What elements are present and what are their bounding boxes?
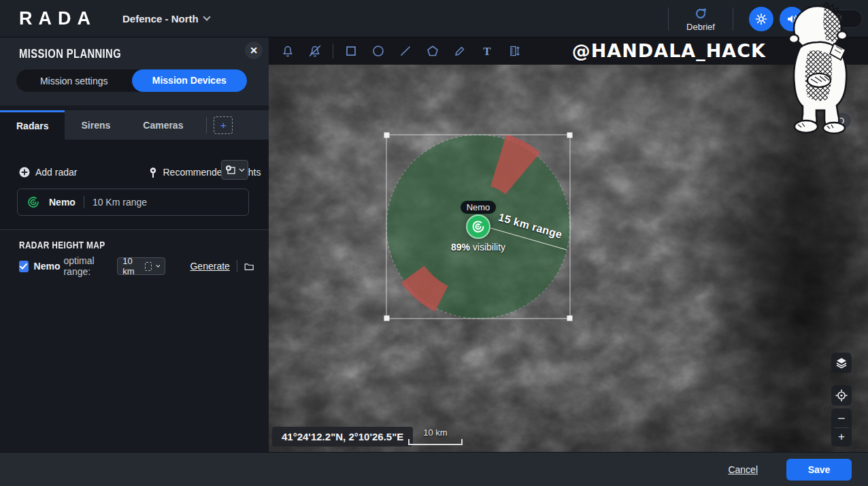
line-tool-icon (399, 44, 412, 58)
svg-text:T: T (483, 45, 491, 58)
speaker-icon (785, 12, 799, 26)
radar-range: 10 Km range (93, 197, 147, 208)
circle-tool[interactable] (365, 37, 392, 65)
map-scale-label: 10 km (408, 427, 463, 438)
chevron-down-icon (239, 168, 245, 172)
add-radar-label: Add radar (35, 167, 77, 178)
radar-coverage-overlay (269, 65, 868, 452)
generate-link[interactable]: Generate (190, 261, 229, 272)
app-window: RADA Defence - North Debrief (0, 0, 868, 486)
mission-selector[interactable]: Defence - North (122, 13, 210, 25)
footer-bar: Cancel Save (0, 452, 868, 486)
folder-icon[interactable] (244, 261, 254, 272)
height-map-label: optimal range: (63, 255, 112, 277)
debrief-refresh-icon (693, 6, 708, 21)
tab-mission-devices[interactable]: Mission Devices (132, 69, 248, 92)
radar-icon (26, 195, 41, 210)
selection-handle-ne[interactable] (567, 133, 573, 138)
locate-crosshair-icon (835, 389, 848, 402)
visibility-text: visibility (470, 242, 505, 253)
height-map-device: Nemo (34, 261, 61, 272)
add-circle-icon (18, 166, 31, 178)
map-scale-bar (408, 439, 463, 445)
divider (733, 7, 733, 31)
rectangle-tool[interactable] (337, 37, 365, 65)
map-area: T @HANDALA_HACK (269, 37, 868, 452)
selection-handle-sw[interactable] (384, 316, 390, 321)
text-tool-icon: T (480, 44, 494, 58)
square-tool-icon (344, 44, 358, 58)
mission-segment-control: Mission settings Mission Devices (16, 69, 247, 92)
divider (84, 196, 84, 208)
divider (333, 44, 333, 59)
check-icon (20, 263, 27, 270)
debrief-label: Debrief (686, 22, 715, 32)
pencil-tool-icon (453, 44, 467, 58)
selection-handle-se[interactable] (567, 316, 573, 321)
polygon-tool[interactable] (419, 37, 446, 65)
device-tabs: Radars Sirens Cameras + (0, 110, 269, 140)
toggle-knob (824, 14, 841, 25)
settings-button[interactable] (749, 7, 773, 31)
watermark-text: @HANDALA_HACK (572, 40, 766, 61)
tab-mission-settings[interactable]: Mission settings (16, 76, 132, 86)
tab-sirens[interactable]: Sirens (65, 110, 127, 140)
map-radar-marker[interactable] (466, 214, 490, 239)
selection-handle-nw[interactable] (384, 133, 390, 138)
rada-logo: RADA (19, 7, 97, 29)
height-map-title: RADAR HEIGHT MAP (19, 240, 105, 250)
radar-list-item[interactable]: Nemo 10 Km range (17, 189, 249, 216)
divider (237, 260, 237, 272)
bell-muted-icon (307, 44, 322, 59)
panel-title: MISSION PLANNING (19, 47, 121, 61)
locate-button[interactable] (831, 385, 852, 406)
line-tool[interactable] (392, 37, 419, 65)
zoom-in-button[interactable]: + (831, 428, 852, 447)
close-icon[interactable]: ✕ (245, 42, 263, 59)
map-2d-badge[interactable]: 2D (827, 113, 851, 128)
radars-tab-content: Add radar Recommended heights (0, 140, 269, 229)
divider (668, 7, 669, 31)
zoom-controls: – + (831, 408, 852, 447)
top-bar: RADA Defence - North Debrief (0, 0, 868, 37)
radar-height-map-section: RADAR HEIGHT MAP Nemo optimal range: 10 … (0, 229, 269, 452)
save-button[interactable]: Save (786, 459, 852, 481)
add-radar-button[interactable]: Add radar (18, 166, 77, 178)
panel-header: MISSION PLANNING ✕ Mission settings Miss… (0, 37, 269, 106)
add-tab-button[interactable]: + (214, 116, 233, 134)
alerts-off-tool[interactable] (301, 37, 329, 65)
tab-radars[interactable]: Radars (0, 110, 65, 140)
gear-icon (754, 12, 768, 26)
dashed-square-icon (145, 262, 152, 271)
optimal-range-select[interactable]: 10 km (117, 257, 165, 275)
cursor-coordinates: 41°24'12.2"N, 2°10'26.5"E (272, 427, 413, 447)
tab-cameras[interactable]: Cameras (127, 110, 199, 140)
divider (206, 117, 207, 133)
add-layer-icon (225, 165, 237, 176)
optimal-range-value: 10 km (122, 256, 140, 276)
map-scale: 10 km (408, 427, 463, 445)
cancel-button[interactable]: Cancel (728, 464, 758, 475)
pin-icon (148, 167, 158, 178)
height-map-checkbox[interactable] (19, 261, 29, 272)
radar-spiral-icon (470, 218, 486, 235)
map-mode-toggle[interactable] (819, 10, 863, 28)
heights-layer-dropdown[interactable] (221, 160, 248, 180)
visibility-label: 89% visibility (431, 242, 526, 253)
sound-button[interactable] (780, 7, 804, 31)
alerts-on-tool[interactable] (274, 37, 301, 65)
map-device-label[interactable]: Nemo (460, 200, 497, 214)
text-tool[interactable]: T (473, 37, 501, 65)
pentagon-tool-icon (426, 44, 439, 58)
circle-tool-icon (371, 44, 385, 58)
visibility-value: 89% (451, 242, 470, 253)
draw-tool[interactable] (446, 37, 473, 65)
map-toolbar: T (269, 37, 868, 65)
layers-button[interactable] (831, 353, 852, 373)
zoom-out-button[interactable]: – (831, 408, 852, 427)
debrief-button[interactable]: Debrief (678, 6, 723, 32)
measure-tool[interactable] (501, 37, 528, 65)
map-canvas[interactable]: Nemo 15 km range 89% visibility 41°24'12… (269, 65, 868, 452)
measure-tool-icon (507, 44, 521, 58)
bell-icon (280, 44, 295, 59)
